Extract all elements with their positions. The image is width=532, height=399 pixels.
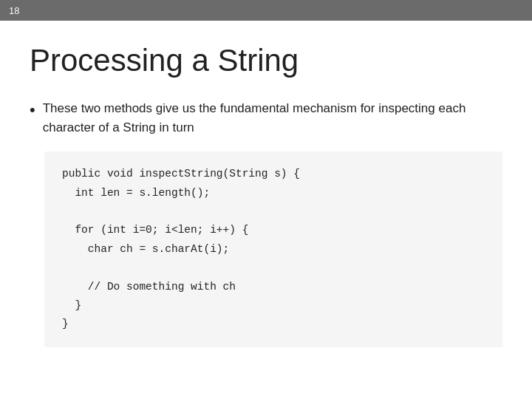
code-line: }	[62, 296, 485, 315]
code-line: public void inspectString(String s) {	[62, 165, 485, 183]
slide-content: Processing a String • These two methods …	[0, 21, 532, 362]
slide-header-bar: 18	[0, 0, 532, 21]
code-line: for (int i=0; i<len; i++) {	[62, 221, 485, 239]
code-line: }	[62, 315, 485, 333]
bullet-point: • These two methods give us the fundamen…	[30, 99, 502, 137]
code-block: public void inspectString(String s) { in…	[44, 151, 502, 347]
slide-number: 18	[9, 5, 19, 16]
slide-title: Processing a String	[30, 43, 502, 78]
code-line	[62, 259, 485, 277]
bullet-text: These two methods give us the fundamenta…	[43, 99, 502, 137]
code-line: int len = s.length();	[62, 184, 485, 202]
code-line	[62, 202, 485, 221]
code-line: // Do something with ch	[62, 278, 485, 296]
slide-container: 18 Processing a String • These two metho…	[0, 0, 532, 399]
code-line: char ch = s.charAt(i);	[62, 240, 485, 259]
bullet-dot: •	[30, 98, 35, 122]
